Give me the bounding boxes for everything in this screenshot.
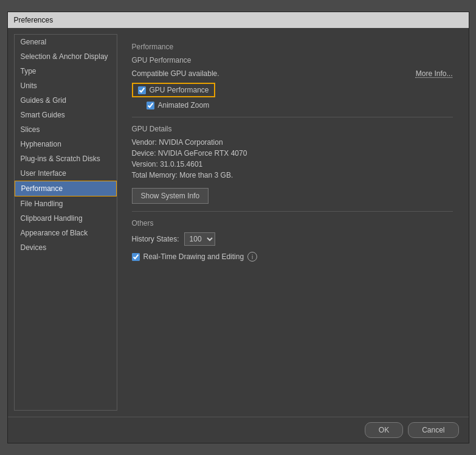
- sidebar-item-clipboard-handling[interactable]: Clipboard Handling: [15, 211, 117, 226]
- sidebar-item-slices[interactable]: Slices: [15, 122, 117, 137]
- history-states-row: History States: 50100150200: [132, 232, 453, 246]
- dialog-footer: OK Cancel: [8, 417, 469, 443]
- sidebar-item-user-interface[interactable]: User Interface: [15, 166, 117, 181]
- animated-zoom-row: Animated Zoom: [147, 101, 453, 109]
- compatible-text: Compatible GPU available.: [132, 69, 219, 78]
- title-bar: Preferences: [8, 12, 469, 28]
- preferences-dialog: Preferences GeneralSelection & Anchor Di…: [7, 12, 469, 443]
- dialog-title: Preferences: [14, 16, 53, 24]
- sidebar-item-performance[interactable]: Performance: [15, 181, 117, 196]
- sidebar-item-units[interactable]: Units: [15, 78, 117, 93]
- realtime-label: Real-Time Drawing and Editing: [143, 252, 244, 261]
- info-icon[interactable]: i: [247, 252, 257, 262]
- sidebar-item-devices[interactable]: Devices: [15, 240, 117, 255]
- gpu-details-subtitle: GPU Details: [132, 125, 453, 133]
- sidebar-item-plug-ins---scratch-disks[interactable]: Plug-ins & Scratch Disks: [15, 151, 117, 166]
- vendor-row: Vendor: NVIDIA Corporation: [132, 138, 453, 147]
- gpu-performance-row: GPU Performance: [132, 83, 453, 97]
- gpu-performance-checkbox[interactable]: [138, 86, 146, 94]
- gpu-performance-checkbox-container: GPU Performance: [132, 83, 215, 97]
- sidebar-item-smart-guides[interactable]: Smart Guides: [15, 108, 117, 122]
- sidebar-item-file-handling[interactable]: File Handling: [15, 196, 117, 211]
- realtime-row: Real-Time Drawing and Editing i: [132, 252, 453, 262]
- performance-section-title: Performance: [132, 43, 453, 51]
- sidebar: GeneralSelection & Anchor DisplayTypeUni…: [14, 34, 117, 411]
- compatible-row: Compatible GPU available. More Info...: [132, 69, 453, 78]
- version-row: Version: 31.0.15.4601: [132, 160, 453, 168]
- sidebar-item-general[interactable]: General: [15, 35, 117, 49]
- sidebar-item-hyphenation[interactable]: Hyphenation: [15, 137, 117, 151]
- animated-zoom-checkbox[interactable]: [147, 102, 154, 109]
- memory-row: Total Memory: More than 3 GB.: [132, 171, 453, 179]
- others-section-title: Others: [132, 219, 453, 228]
- animated-zoom-label: Animated Zoom: [158, 101, 210, 109]
- cancel-button[interactable]: Cancel: [408, 422, 458, 438]
- main-content: Performance GPU Performance Compatible G…: [122, 34, 463, 411]
- divider-2: [132, 211, 453, 212]
- sidebar-item-type[interactable]: Type: [15, 64, 117, 78]
- history-states-label: History States:: [132, 235, 179, 243]
- more-info-button[interactable]: More Info...: [416, 69, 453, 78]
- dialog-body: GeneralSelection & Anchor DisplayTypeUni…: [8, 28, 469, 417]
- sidebar-item-selection---anchor-display[interactable]: Selection & Anchor Display: [15, 49, 117, 64]
- ok-button[interactable]: OK: [365, 422, 403, 438]
- gpu-performance-subtitle: GPU Performance: [132, 56, 453, 64]
- history-states-select[interactable]: 50100150200: [184, 232, 215, 246]
- sidebar-item-guides---grid[interactable]: Guides & Grid: [15, 93, 117, 108]
- divider-1: [132, 117, 453, 117]
- others-section: Others History States: 50100150200 Real-…: [132, 219, 453, 262]
- device-row: Device: NVIDIA GeForce RTX 4070: [132, 149, 453, 158]
- sidebar-item-appearance-of-black[interactable]: Appearance of Black: [15, 226, 117, 240]
- gpu-details-section: Vendor: NVIDIA Corporation Device: NVIDI…: [132, 138, 453, 179]
- realtime-checkbox[interactable]: [132, 253, 140, 261]
- show-system-info-button[interactable]: Show System Info: [132, 188, 209, 204]
- gpu-performance-label: GPU Performance: [150, 86, 209, 94]
